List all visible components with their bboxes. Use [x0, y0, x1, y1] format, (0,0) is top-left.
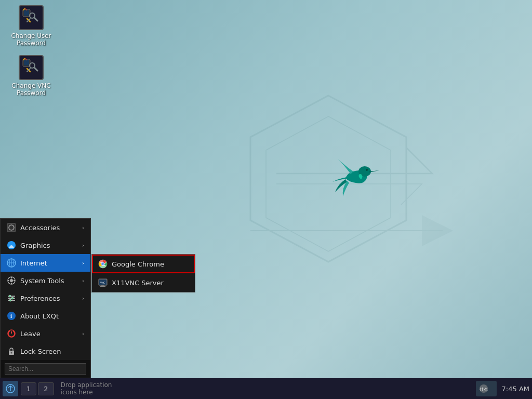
- menu-item-preferences[interactable]: Preferences ›: [1, 289, 90, 307]
- search-input[interactable]: [5, 363, 86, 375]
- accessories-icon: [7, 223, 16, 232]
- leave-arrow: ›: [82, 331, 84, 337]
- graphics-icon: [7, 241, 16, 250]
- svg-rect-13: [24, 60, 29, 65]
- start-menu: Accessories › Graphics › Internet ›: [0, 218, 91, 378]
- clock: 7:45 AM: [502, 385, 529, 393]
- submenu-item-x11vnc[interactable]: VNC X11VNC Server: [92, 273, 195, 292]
- change-vnc-password-image: [19, 55, 44, 80]
- menu-item-graphics[interactable]: Graphics ›: [1, 236, 90, 254]
- lock-screen-label: Lock Screen: [20, 348, 84, 355]
- change-vnc-password-icon[interactable]: Change VNC Password: [8, 55, 55, 97]
- desktop-icons: Change User Password Change VNC: [8, 5, 55, 97]
- system-tools-icon: [7, 276, 16, 285]
- menu-item-leave[interactable]: Leave ›: [1, 325, 90, 342]
- menu-item-lock-screen[interactable]: Lock Screen: [1, 342, 90, 360]
- preferences-label: Preferences: [20, 295, 78, 302]
- chrome-icon: [98, 259, 108, 269]
- about-icon: i: [7, 311, 16, 321]
- search-section: [1, 360, 90, 378]
- drop-area: Drop application icons here: [56, 381, 476, 396]
- svg-line-19: [34, 68, 37, 71]
- preferences-arrow: ›: [82, 296, 84, 301]
- svg-point-47: [11, 297, 14, 299]
- change-user-password-icon[interactable]: Change User Password: [8, 5, 55, 47]
- svg-marker-1: [266, 116, 391, 251]
- svg-point-54: [11, 352, 12, 354]
- change-vnc-password-label: Change VNC Password: [11, 82, 50, 97]
- svg-point-3: [366, 169, 368, 171]
- svg-text:VNC: VNC: [100, 281, 105, 284]
- desktop: Change User Password Change VNC: [0, 0, 532, 399]
- vnc-label: X11VNC Server: [112, 279, 189, 287]
- svg-text:i: i: [10, 313, 12, 319]
- svg-text:什么: 什么: [480, 387, 488, 392]
- change-user-password-label: Change User Password: [11, 32, 51, 47]
- start-button[interactable]: [3, 381, 18, 396]
- system-tools-arrow: ›: [82, 278, 84, 284]
- menu-item-system-tools[interactable]: System Tools ›: [1, 272, 90, 289]
- leave-icon: [7, 329, 16, 338]
- vnc-icon: VNC: [98, 278, 108, 287]
- svg-point-2: [358, 166, 371, 177]
- svg-point-48: [9, 299, 11, 301]
- lock-icon: [7, 347, 16, 356]
- svg-rect-5: [24, 10, 29, 16]
- svg-line-11: [34, 18, 37, 21]
- svg-point-46: [9, 295, 11, 297]
- accessories-arrow: ›: [82, 225, 84, 231]
- svg-rect-34: [101, 285, 104, 286]
- menu-item-accessories[interactable]: Accessories ›: [1, 219, 90, 236]
- taskbar-right: 什么 7:45 AM: [476, 381, 529, 396]
- bg-watermark: [172, 70, 484, 329]
- menu-item-about-lxqt[interactable]: i About LXQt: [1, 307, 90, 325]
- workspace-2-button[interactable]: 2: [38, 382, 54, 395]
- svg-marker-0: [250, 96, 406, 262]
- svg-point-38: [10, 279, 13, 282]
- hummingbird-decoration: [322, 145, 384, 208]
- svg-rect-35: [100, 286, 105, 287]
- about-lxqt-label: About LXQt: [20, 312, 84, 320]
- preferences-icon: [7, 294, 16, 303]
- graphics-label: Graphics: [20, 242, 78, 249]
- internet-icon: [7, 258, 16, 268]
- svg-point-31: [102, 263, 104, 265]
- workspace-1-button[interactable]: 1: [21, 382, 36, 395]
- change-user-password-image: [19, 5, 44, 30]
- chrome-label: Google Chrome: [112, 260, 189, 268]
- taskbar: 1 2 Drop application icons here 什么 7:45 …: [0, 378, 532, 399]
- accessories-label: Accessories: [20, 224, 78, 232]
- watermark-badge: 什么: [476, 381, 497, 396]
- internet-submenu: Google Chrome VNC X11VNC: [91, 254, 195, 292]
- internet-arrow: ›: [82, 260, 84, 266]
- internet-label: Internet: [20, 259, 78, 267]
- submenu-item-google-chrome[interactable]: Google Chrome: [92, 255, 195, 273]
- leave-label: Leave: [20, 330, 78, 338]
- graphics-arrow: ›: [82, 243, 84, 248]
- system-tools-label: System Tools: [20, 277, 78, 285]
- menu-item-internet[interactable]: Internet ›: [1, 254, 90, 272]
